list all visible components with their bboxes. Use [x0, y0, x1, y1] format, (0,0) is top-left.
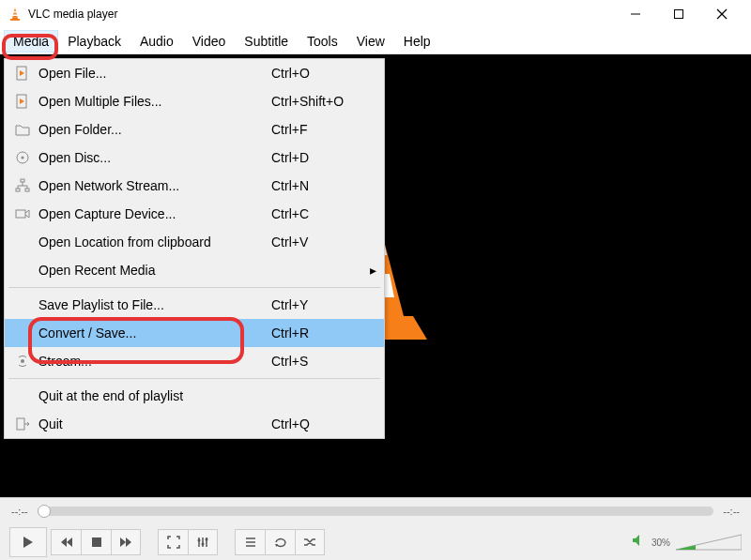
minimize-button[interactable] — [614, 0, 657, 28]
menu-item-shortcut: Ctrl+N — [271, 178, 365, 193]
volume-control: 30% — [631, 533, 742, 552]
menu-audio[interactable]: Audio — [130, 30, 183, 53]
svg-marker-28 — [120, 537, 126, 547]
menu-separator — [8, 378, 380, 379]
speaker-icon[interactable] — [631, 533, 646, 552]
control-bar: --:-- --:-- 30% — [0, 497, 751, 560]
menu-item-label: Open Network Stream... — [33, 178, 271, 193]
menu-item-label: Open Location from clipboard — [33, 235, 271, 250]
menu-help[interactable]: Help — [394, 30, 440, 53]
menu-item-shortcut: Ctrl+Y — [271, 297, 365, 312]
svg-rect-5 — [675, 10, 683, 19]
volume-percent: 30% — [651, 537, 670, 548]
svg-point-22 — [21, 359, 24, 363]
svg-point-32 — [206, 538, 208, 541]
menu-item-label: Stream... — [33, 354, 271, 369]
window-title: VLC media player — [28, 8, 614, 21]
folder-icon — [12, 122, 33, 137]
svg-point-17 — [22, 157, 24, 159]
menu-open-folder[interactable]: Open Folder... Ctrl+F — [5, 115, 384, 144]
svg-rect-21 — [16, 210, 25, 218]
svg-point-31 — [202, 543, 205, 546]
menu-item-shortcut: Ctrl+Q — [271, 416, 365, 431]
menu-open-recent[interactable]: Open Recent Media ▸ — [5, 256, 384, 284]
svg-rect-2 — [13, 15, 18, 17]
svg-rect-23 — [17, 418, 24, 430]
svg-marker-29 — [126, 537, 131, 547]
svg-rect-20 — [25, 189, 29, 191]
loop-button[interactable] — [265, 529, 295, 555]
elapsed-time: --:-- — [11, 506, 28, 517]
menu-item-shortcut: Ctrl+R — [271, 325, 365, 341]
menu-item-label: Open Recent Media — [33, 263, 271, 278]
menu-subtitle[interactable]: Subtitle — [235, 30, 298, 53]
shuffle-button[interactable] — [295, 529, 325, 555]
menu-quit[interactable]: Quit Ctrl+Q — [5, 410, 384, 438]
menu-item-label: Quit — [33, 416, 271, 431]
disc-icon — [12, 150, 33, 165]
menu-video[interactable]: Video — [183, 30, 236, 53]
menu-media[interactable]: Media — [4, 30, 58, 53]
quit-icon — [12, 416, 33, 431]
svg-marker-15 — [20, 98, 24, 104]
menu-item-shortcut: Ctrl+S — [271, 354, 365, 369]
stop-button[interactable] — [81, 529, 111, 555]
fullscreen-button[interactable] — [158, 529, 188, 555]
menubar: Media Playback Audio Video Subtitle Tool… — [0, 28, 751, 54]
menu-item-label: Convert / Save... — [33, 325, 271, 341]
menu-item-shortcut: Ctrl+F — [271, 122, 365, 137]
menu-item-label: Quit at the end of playlist — [33, 388, 271, 403]
menu-item-shortcut: Ctrl+D — [271, 150, 365, 165]
seek-knob[interactable] — [38, 505, 51, 518]
menu-playback[interactable]: Playback — [58, 30, 130, 53]
menu-separator — [8, 287, 380, 288]
extended-settings-button[interactable] — [188, 529, 218, 555]
volume-slider[interactable] — [676, 533, 742, 552]
file-play-icon — [12, 94, 33, 109]
menu-item-shortcut: Ctrl+V — [271, 235, 365, 250]
menu-open-multiple-files[interactable]: Open Multiple Files... Ctrl+Shift+O — [5, 87, 384, 115]
menu-open-disc[interactable]: Open Disc... Ctrl+D — [5, 144, 384, 172]
menu-item-label: Save Playlist to File... — [33, 297, 271, 312]
menu-open-clipboard[interactable]: Open Location from clipboard Ctrl+V — [5, 228, 384, 256]
menu-item-shortcut: Ctrl+Shift+O — [271, 94, 365, 109]
menu-stream[interactable]: Stream... Ctrl+S — [5, 347, 384, 375]
seek-slider[interactable] — [38, 507, 714, 516]
total-time: --:-- — [723, 506, 740, 517]
svg-rect-27 — [92, 537, 101, 547]
menu-tools[interactable]: Tools — [298, 30, 347, 53]
svg-point-30 — [198, 539, 201, 542]
menu-quit-end-playlist[interactable]: Quit at the end of playlist — [5, 382, 384, 410]
menu-open-network[interactable]: Open Network Stream... Ctrl+N — [5, 172, 384, 200]
svg-rect-1 — [13, 11, 17, 13]
menu-item-shortcut: Ctrl+O — [271, 66, 365, 81]
file-play-icon — [12, 66, 33, 81]
menu-save-playlist[interactable]: Save Playlist to File... Ctrl+Y — [5, 291, 384, 319]
svg-rect-19 — [16, 189, 20, 191]
svg-marker-24 — [23, 537, 33, 548]
next-button[interactable] — [111, 529, 141, 555]
play-button[interactable] — [9, 527, 47, 557]
menu-item-label: Open Capture Device... — [33, 206, 271, 221]
maximize-button[interactable] — [657, 0, 700, 28]
menu-open-file[interactable]: Open File... Ctrl+O — [5, 59, 384, 87]
menu-item-label: Open Disc... — [33, 150, 271, 165]
svg-rect-18 — [21, 179, 24, 182]
menu-convert-save[interactable]: Convert / Save... Ctrl+R — [5, 319, 384, 347]
window-controls — [614, 0, 743, 28]
titlebar: VLC media player — [0, 0, 751, 28]
menu-open-capture[interactable]: Open Capture Device... Ctrl+C — [5, 200, 384, 228]
svg-marker-26 — [67, 537, 72, 547]
svg-marker-34 — [633, 535, 639, 546]
close-button[interactable] — [700, 0, 743, 28]
menu-item-shortcut: Ctrl+C — [271, 206, 365, 221]
previous-button[interactable] — [51, 529, 81, 555]
svg-marker-0 — [12, 8, 18, 19]
menu-item-label: Open File... — [33, 66, 271, 81]
playlist-button[interactable] — [235, 529, 265, 555]
network-icon — [12, 178, 33, 193]
submenu-arrow-icon: ▸ — [365, 263, 376, 278]
seek-row: --:-- --:-- — [0, 498, 751, 524]
menu-view[interactable]: View — [347, 30, 394, 53]
button-row: 30% — [0, 524, 751, 560]
